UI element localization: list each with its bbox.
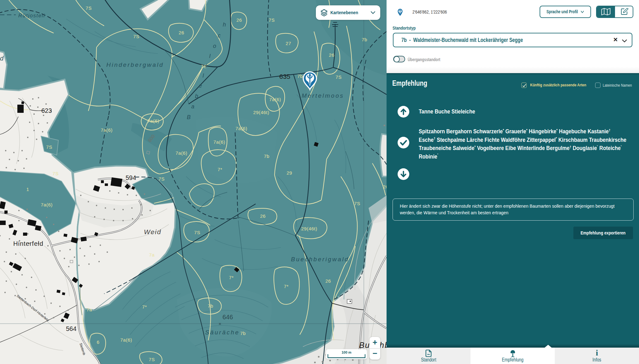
svg-text:7b: 7b (240, 331, 246, 336)
svg-text:594: 594 (126, 174, 136, 181)
svg-text:7a(6): 7a(6) (120, 337, 132, 343)
svg-text:26: 26 (179, 30, 184, 35)
svg-text:Buechberigwald: Buechberigwald (291, 256, 349, 263)
svg-text:7S: 7S (133, 34, 139, 39)
svg-text:h: h (223, 21, 226, 28)
svg-text:26: 26 (260, 213, 266, 219)
svg-text:7a(6): 7a(6) (41, 202, 53, 207)
svg-text:7a: 7a (149, 252, 155, 257)
svg-text:Weid: Weid (144, 228, 161, 235)
svg-text:29: 29 (287, 170, 292, 176)
svg-text:646: 646 (222, 314, 233, 321)
svg-text:Mertelmoos: Mertelmoos (302, 92, 344, 99)
svg-text:Säuräche: Säuräche (205, 329, 240, 336)
svg-text:Hinterfeld: Hinterfeld (13, 240, 44, 247)
svg-text:B: B (187, 114, 191, 120)
svg-text:7a(6): 7a(6) (213, 139, 225, 145)
svg-text:7S: 7S (149, 357, 155, 362)
svg-text:623: 623 (41, 107, 52, 114)
svg-text:b: b (195, 93, 198, 99)
svg-text:7a(6): 7a(6) (175, 150, 187, 156)
svg-text:26: 26 (325, 278, 331, 284)
svg-text:26: 26 (329, 52, 334, 58)
svg-text:7a(6): 7a(6) (269, 97, 281, 102)
svg-text:29(46t): 29(46t) (301, 226, 317, 231)
svg-text:7S: 7S (52, 171, 58, 176)
svg-text:Rütjosteli: Rütjosteli (18, 13, 45, 19)
svg-text:564: 564 (66, 325, 76, 332)
svg-text:7b: 7b (208, 303, 213, 309)
svg-text:o: o (213, 43, 216, 49)
svg-text:7b: 7b (264, 153, 269, 159)
svg-text:e: e (199, 83, 202, 89)
svg-text:26: 26 (236, 17, 242, 23)
svg-text:7S: 7S (269, 17, 275, 23)
svg-text:7S: 7S (194, 230, 200, 235)
svg-text:7*: 7* (142, 304, 147, 309)
svg-text:c: c (218, 32, 221, 39)
svg-text:7a(6): 7a(6) (235, 126, 247, 131)
svg-text:d: d (0, 55, 4, 62)
svg-text:6: 6 (97, 339, 100, 345)
svg-text:7*: 7* (284, 284, 288, 289)
svg-text:7b: 7b (297, 73, 303, 79)
svg-text:7S: 7S (46, 144, 52, 150)
svg-text:7*: 7* (217, 167, 222, 172)
svg-text:7b: 7b (362, 37, 367, 42)
svg-text:27: 27 (286, 41, 291, 46)
svg-text:7a(6): 7a(6) (147, 118, 159, 124)
svg-text:7a(6): 7a(6) (101, 127, 113, 133)
svg-text:7S: 7S (86, 5, 92, 11)
svg-text:26: 26 (383, 184, 387, 189)
svg-text:7S: 7S (354, 201, 360, 206)
svg-text:7*: 7* (229, 275, 234, 280)
svg-text:29(46t): 29(46t) (253, 110, 269, 115)
svg-text:a: a (191, 103, 194, 110)
svg-text:7S: 7S (158, 176, 164, 182)
svg-text:1: 1 (27, 187, 29, 192)
svg-text:635: 635 (279, 73, 290, 80)
svg-text:Hinderbergwald: Hinderbergwald (106, 61, 164, 68)
svg-text:✕: ✕ (218, 322, 222, 326)
svg-text:7S: 7S (335, 74, 341, 80)
svg-text:7a: 7a (86, 307, 92, 312)
